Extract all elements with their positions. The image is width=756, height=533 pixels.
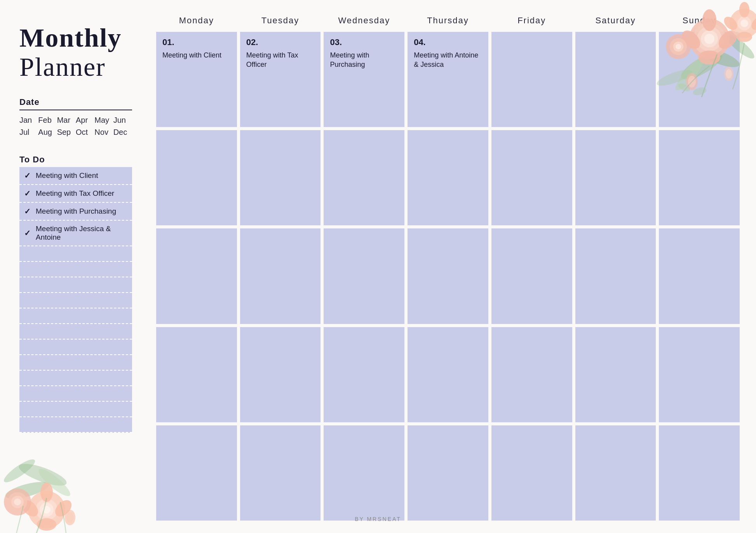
cal-cell-r3-c3[interactable] xyxy=(407,326,489,423)
month-item-apr[interactable]: Apr xyxy=(76,116,94,125)
todo-item-13[interactable] xyxy=(19,386,132,402)
todo-check-1: ✓ xyxy=(23,189,32,198)
todo-check-2: ✓ xyxy=(23,207,32,216)
cal-cell-r3-c5[interactable] xyxy=(575,326,657,423)
title-planner: Planner xyxy=(19,52,132,82)
cal-cell-r3-c4[interactable] xyxy=(491,326,573,423)
month-item-jun[interactable]: Jun xyxy=(113,116,132,125)
todo-check-0: ✓ xyxy=(23,171,32,180)
month-item-oct[interactable]: Oct xyxy=(76,128,94,137)
cal-cell-r2-c4[interactable] xyxy=(491,228,573,324)
month-item-may[interactable]: May xyxy=(94,116,113,125)
title-block: Monthly Planner xyxy=(19,23,132,82)
todo-item-2[interactable]: ✓Meeting with Purchasing xyxy=(19,203,132,221)
date-divider xyxy=(19,110,132,110)
cal-cell-r0-c1[interactable]: 02.Meeting with Tax Officer xyxy=(239,31,322,128)
todo-item-3[interactable]: ✓Meeting with Jessica & Antoine xyxy=(19,221,132,246)
cal-cell-r4-c6[interactable] xyxy=(658,425,740,521)
month-item-dec[interactable]: Dec xyxy=(113,128,132,137)
month-item-feb[interactable]: Feb xyxy=(38,116,57,125)
todo-item-6[interactable] xyxy=(19,277,132,293)
cell-event-r0-c3: Meeting with Antoine & Jessica xyxy=(414,51,478,68)
cal-cell-r1-c6[interactable] xyxy=(658,129,740,226)
day-header-sunday: Sunday xyxy=(658,12,740,30)
cal-cell-r2-c3[interactable] xyxy=(407,228,489,324)
todo-item-1[interactable]: ✓Meeting with Tax Officer xyxy=(19,185,132,203)
cal-cell-r4-c2[interactable] xyxy=(323,425,405,521)
calendar-grid: 01.Meeting with Client02.Meeting with Ta… xyxy=(155,31,740,521)
todo-text-0: Meeting with Client xyxy=(36,171,98,180)
cal-cell-r1-c4[interactable] xyxy=(491,129,573,226)
calendar-area: MondayTuesdayWednesdayThursdayFridaySatu… xyxy=(148,0,756,533)
day-header-thursday: Thursday xyxy=(407,12,489,30)
todo-item-9[interactable] xyxy=(19,324,132,340)
cal-cell-r0-c0[interactable]: 01.Meeting with Client xyxy=(155,31,238,128)
cal-cell-r1-c2[interactable] xyxy=(323,129,405,226)
cal-cell-r4-c3[interactable] xyxy=(407,425,489,521)
date-section: Date JanFebMarAprMayJunJulAugSepOctNovDe… xyxy=(19,97,132,151)
day-header-wednesday: Wednesday xyxy=(323,12,405,30)
cell-number-r0-c1: 02. xyxy=(246,37,315,47)
cal-cell-r0-c5[interactable] xyxy=(575,31,657,128)
cal-cell-r2-c2[interactable] xyxy=(323,228,405,324)
month-item-jul[interactable]: Jul xyxy=(19,128,38,137)
cell-event-r0-c0: Meeting with Client xyxy=(162,51,221,59)
todo-label: To Do xyxy=(19,155,132,165)
cal-cell-r0-c4[interactable] xyxy=(491,31,573,128)
day-header-monday: Monday xyxy=(155,12,238,30)
cal-cell-r1-c1[interactable] xyxy=(239,129,322,226)
page: Monthly Planner Date JanFebMarAprMayJunJ… xyxy=(0,0,756,533)
todo-item-15[interactable] xyxy=(19,417,132,433)
todo-text-1: Meeting with Tax Officer xyxy=(36,189,114,198)
month-item-mar[interactable]: Mar xyxy=(57,116,76,125)
cal-cell-r0-c3[interactable]: 04.Meeting with Antoine & Jessica xyxy=(407,31,489,128)
month-item-aug[interactable]: Aug xyxy=(38,128,57,137)
cal-cell-r2-c0[interactable] xyxy=(155,228,238,324)
todo-section: To Do ✓Meeting with Client✓Meeting with … xyxy=(19,155,132,433)
day-header-saturday: Saturday xyxy=(575,12,657,30)
cal-cell-r3-c1[interactable] xyxy=(239,326,322,423)
cal-cell-r3-c2[interactable] xyxy=(323,326,405,423)
todo-item-10[interactable] xyxy=(19,340,132,355)
cal-cell-r1-c3[interactable] xyxy=(407,129,489,226)
month-item-nov[interactable]: Nov xyxy=(94,128,113,137)
todo-check-3: ✓ xyxy=(23,228,32,238)
month-item-jan[interactable]: Jan xyxy=(19,116,38,125)
month-item-sep[interactable]: Sep xyxy=(57,128,76,137)
todo-text-2: Meeting with Purchasing xyxy=(36,207,116,216)
months-grid: JanFebMarAprMayJunJulAugSepOctNovDec xyxy=(19,116,132,137)
todo-item-8[interactable] xyxy=(19,308,132,324)
cal-cell-r2-c1[interactable] xyxy=(239,228,322,324)
cal-cell-r3-c0[interactable] xyxy=(155,326,238,423)
cal-cell-r3-c6[interactable] xyxy=(658,326,740,423)
cell-number-r0-c0: 01. xyxy=(162,37,231,47)
todo-item-0[interactable]: ✓Meeting with Client xyxy=(19,167,132,185)
todo-list: ✓Meeting with Client✓Meeting with Tax Of… xyxy=(19,167,132,433)
day-header-friday: Friday xyxy=(491,12,573,30)
todo-item-4[interactable] xyxy=(19,246,132,262)
title-monthly: Monthly xyxy=(19,23,132,52)
date-label: Date xyxy=(19,97,132,107)
cal-cell-r4-c1[interactable] xyxy=(239,425,322,521)
day-headers: MondayTuesdayWednesdayThursdayFridaySatu… xyxy=(155,12,740,30)
todo-item-12[interactable] xyxy=(19,371,132,386)
cal-cell-r4-c4[interactable] xyxy=(491,425,573,521)
cal-cell-r1-c5[interactable] xyxy=(575,129,657,226)
sidebar: Monthly Planner Date JanFebMarAprMayJunJ… xyxy=(0,0,148,533)
cal-cell-r2-c5[interactable] xyxy=(575,228,657,324)
cal-cell-r4-c5[interactable] xyxy=(575,425,657,521)
cal-cell-r0-c2[interactable]: 03.Meeting with Purchasing xyxy=(323,31,405,128)
cal-cell-r0-c6[interactable] xyxy=(658,31,740,128)
todo-item-7[interactable] xyxy=(19,293,132,308)
cal-cell-r4-c0[interactable] xyxy=(155,425,238,521)
todo-text-3: Meeting with Jessica & Antoine xyxy=(36,225,129,242)
cell-event-r0-c1: Meeting with Tax Officer xyxy=(246,51,298,68)
todo-item-11[interactable] xyxy=(19,355,132,371)
cell-number-r0-c3: 04. xyxy=(414,37,482,47)
day-header-tuesday: Tuesday xyxy=(239,12,322,30)
cal-cell-r1-c0[interactable] xyxy=(155,129,238,226)
cal-cell-r2-c6[interactable] xyxy=(658,228,740,324)
todo-item-5[interactable] xyxy=(19,262,132,277)
cell-number-r0-c2: 03. xyxy=(330,37,398,47)
todo-item-14[interactable] xyxy=(19,402,132,417)
